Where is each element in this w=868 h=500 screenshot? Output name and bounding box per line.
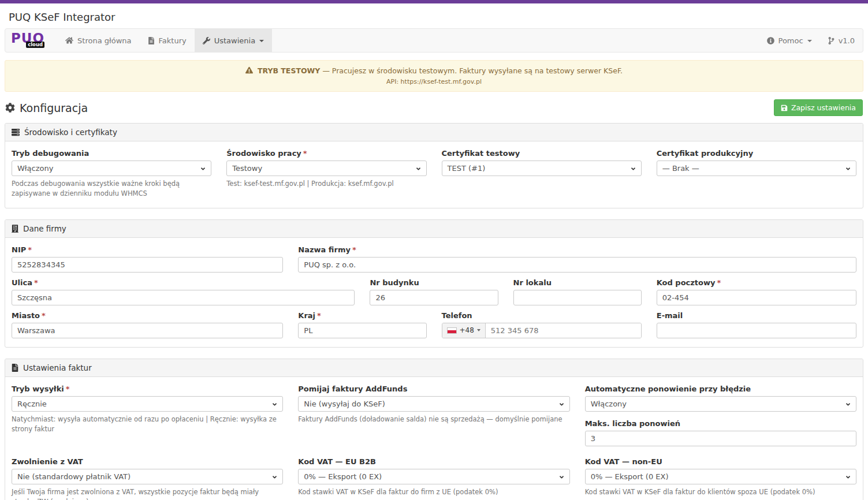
page-heading-row: Konfiguracja Zapisz ustawienia (5, 99, 863, 116)
save-button-label: Zapisz ustawienia (791, 103, 856, 112)
field-nazwa-firmy: Nazwa firmy* (298, 245, 856, 273)
banner-api-url: API: https://ksef-test.mf.gov.pl (11, 77, 857, 87)
nav-item-label: v1.0 (839, 36, 855, 45)
nav-item-label: Strona główna (77, 36, 131, 45)
postcode-input[interactable] (657, 290, 856, 305)
panel-company-heading: Dane firmy (5, 220, 863, 238)
field-label: Środowisko pracy* (226, 149, 426, 158)
field-label: Certyfikat testowy (442, 149, 642, 158)
field-label: NIP* (12, 245, 283, 254)
save-settings-button[interactable]: Zapisz ustawienia (774, 99, 863, 116)
field-label: Nr lokalu (513, 278, 642, 287)
field-auto-retry-group: Automatyczne ponowienie przy błędzie Włą… (585, 385, 856, 446)
field-email: E-mail (657, 311, 856, 338)
banner-message: — Pracujesz w środowisku testowym. Faktu… (322, 66, 623, 75)
street-input[interactable] (12, 290, 355, 305)
company-name-input[interactable] (298, 257, 856, 273)
field-help: Jeśli Twoja firma jest zwolniona z VAT, … (12, 487, 283, 500)
field-help: Test: ksef-test.mf.gov.pl | Produkcja: k… (226, 179, 426, 189)
field-label: Nr budynku (370, 278, 498, 287)
chevron-down-icon (845, 166, 851, 172)
phone-prefix-label: +48 (460, 326, 474, 334)
phone-field: +48 (442, 323, 642, 338)
banner-text: TRYB TESTOWY — Pracujesz w środowisku te… (11, 66, 857, 76)
vat-exempt-select[interactable]: Nie (standardowy płatnik VAT) (12, 469, 283, 484)
nip-input[interactable] (12, 257, 283, 273)
field-tryb-debugowania: Tryb debugowania Włączony Podczas debugo… (12, 149, 211, 199)
field-kraj: Kraj* (298, 311, 426, 338)
brand-sub-badge: cloud (26, 42, 44, 48)
wrench-icon (203, 37, 210, 44)
panel-title: Dane firmy (23, 224, 66, 233)
field-srodowisko-pracy: Środowisko pracy* Testowy Test: ksef-tes… (226, 149, 426, 199)
prod-certificate-select[interactable]: — Brak — (657, 161, 856, 176)
chevron-down-icon (415, 166, 422, 172)
panel-company: Dane firmy NIP* Nazwa firmy* Ulica* (5, 219, 863, 348)
nav-faktury[interactable]: Faktury (140, 29, 195, 52)
save-icon (781, 105, 788, 111)
city-input[interactable] (12, 323, 283, 338)
field-label: Maks. liczba ponowień (585, 419, 856, 428)
field-label: Kraj* (298, 311, 426, 320)
vat-eu-select[interactable]: 0% — Eksport (0 EX) (298, 469, 569, 484)
field-label: Kod VAT — non-EU (585, 457, 856, 466)
nav-version[interactable]: v1.0 (820, 29, 863, 52)
test-certificate-select[interactable]: TEST (#1) (442, 161, 642, 176)
top-accent-bar (0, 0, 868, 3)
email-input[interactable] (657, 323, 856, 338)
code-branch-icon (828, 37, 835, 44)
chevron-down-icon (271, 474, 278, 480)
field-label: Telefon (442, 311, 642, 320)
auto-retry-select[interactable]: Włączony (585, 396, 856, 412)
invoice-file-icon (12, 364, 18, 372)
navbar: PUQ cloud Strona główna Faktury Ustawien… (5, 28, 863, 53)
field-help: Kod stawki VAT w KSeF dla faktur do klie… (585, 487, 856, 497)
config-heading: Konfiguracja (5, 102, 88, 114)
chevron-down-icon (845, 474, 851, 480)
panel-invoices-heading: Ustawienia faktur (5, 359, 863, 377)
nav-ustawienia[interactable]: Ustawienia (195, 29, 272, 52)
info-circle-icon (767, 37, 774, 44)
nav-item-label: Pomoc (778, 36, 803, 45)
caret-down-icon (477, 329, 480, 331)
phone-input[interactable] (486, 323, 641, 338)
vat-noneu-select[interactable]: 0% — Eksport (0 EX) (585, 469, 856, 484)
chevron-down-icon (558, 474, 565, 480)
chevron-down-icon (630, 166, 636, 172)
field-help: Kod stawki VAT w KSeF dla faktur do firm… (298, 487, 569, 497)
field-label: Miasto* (12, 311, 283, 320)
send-mode-select[interactable]: Ręcznie (12, 396, 283, 412)
unit-number-input[interactable] (513, 290, 642, 305)
building-icon (12, 225, 18, 233)
phone-country-selector[interactable]: +48 (442, 323, 486, 338)
field-maks-liczba-ponowien: Maks. liczba ponowień (585, 419, 856, 446)
field-label: Zwolnienie z VAT (12, 457, 283, 466)
building-number-input[interactable] (370, 290, 498, 305)
file-icon (148, 37, 155, 44)
addfunds-skip-select[interactable]: Nie (wysyłaj do KSeF) (298, 396, 569, 412)
panel-environment-heading: Środowisko i certyfikaty (5, 124, 863, 141)
caret-down-icon (259, 40, 264, 42)
panel-company-body: NIP* Nazwa firmy* Ulica* Nr budynku (5, 238, 863, 347)
environment-select[interactable]: Testowy (226, 161, 426, 176)
country-input[interactable] (298, 323, 426, 338)
nav-pomoc[interactable]: Pomoc (759, 29, 820, 52)
max-retries-input[interactable] (585, 431, 856, 446)
field-kod-pocztowy: Kod pocztowy* (657, 278, 856, 305)
field-nr-budynku: Nr budynku (370, 278, 498, 305)
page-title: PUQ KSeF Integrator (9, 11, 863, 23)
field-certyfikat-testowy: Certyfikat testowy TEST (#1) (442, 149, 642, 199)
field-help: Natychmiast: wysyła automatycznie od raz… (12, 415, 283, 435)
debug-mode-select[interactable]: Włączony (12, 161, 211, 176)
field-miasto: Miasto* (12, 311, 283, 338)
field-label: Pomijaj faktury AddFunds (298, 385, 569, 393)
nav-strona-glowna[interactable]: Strona główna (57, 29, 139, 52)
field-help: Faktury AddFunds (doładowanie salda) nie… (298, 415, 569, 424)
gear-icon (5, 103, 15, 113)
field-ulica: Ulica* (12, 278, 355, 305)
field-kod-vat-noneu: Kod VAT — non-EU 0% — Eksport (0 EX) Kod… (585, 457, 856, 500)
field-help: Podczas debugowania wszystkie ważne krok… (12, 179, 211, 199)
warning-icon (245, 66, 253, 74)
nav-item-label: Faktury (159, 36, 187, 45)
brand-logo[interactable]: PUQ cloud (11, 29, 44, 52)
